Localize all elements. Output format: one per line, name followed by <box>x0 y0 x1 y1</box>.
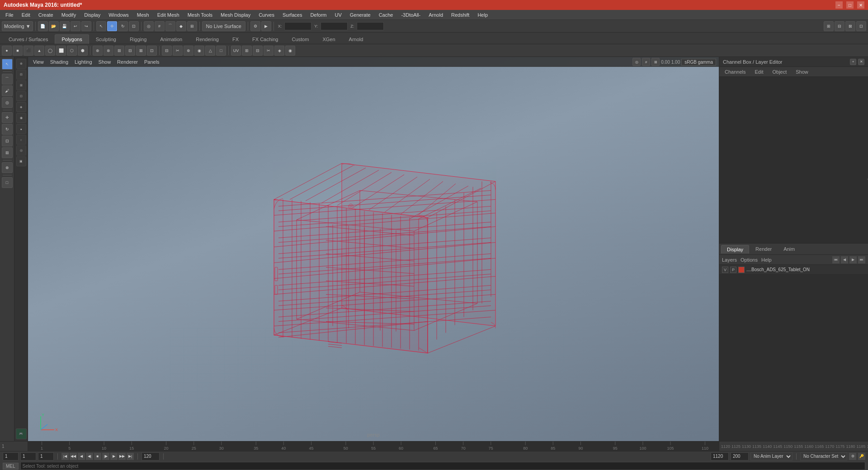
tab-arnold[interactable]: Arnold <box>342 34 370 44</box>
snap-view-button[interactable]: ⊞ <box>187 21 197 31</box>
layer-icon-1[interactable]: ⏮ <box>832 256 840 263</box>
indicator-7[interactable]: ● <box>16 124 26 134</box>
indicator-1[interactable]: ⊕ <box>16 59 26 69</box>
channel-box-expand[interactable]: + <box>850 59 856 65</box>
tr-prev-key[interactable]: ◀◀ <box>70 453 77 460</box>
mode-selector[interactable]: Modeling ▼ <box>2 21 33 31</box>
menu-arnold[interactable]: Arnold <box>425 11 447 19</box>
layers-tab[interactable]: Layers <box>722 257 737 263</box>
universal-tool[interactable]: ⊞ <box>2 147 13 158</box>
indicator-3[interactable]: ⊠ <box>16 80 26 90</box>
tr-play-back[interactable]: ◀| <box>86 453 93 460</box>
snap-grid-button[interactable]: # <box>155 21 165 31</box>
ui-element-3[interactable]: ⊠ <box>845 21 855 31</box>
menu-create[interactable]: Create <box>35 11 57 19</box>
layer-color-swatch[interactable] <box>738 267 745 273</box>
scale-tool-button[interactable]: ⊡ <box>129 21 139 31</box>
menu-generate[interactable]: Generate <box>346 11 374 19</box>
lasso-tool[interactable]: ⌒ <box>2 74 13 85</box>
poly-disk-button[interactable]: ⬡ <box>67 46 77 56</box>
tr-next-frame[interactable]: ▶ <box>110 453 118 460</box>
indicator-6[interactable]: ◉ <box>16 113 26 123</box>
boolean-button[interactable]: ⊠ <box>136 46 146 56</box>
mel-input[interactable] <box>20 462 865 470</box>
render-settings-button[interactable]: ⚙ <box>250 21 260 31</box>
tr-stop[interactable]: ■ <box>94 453 101 460</box>
save-scene-button[interactable]: 💾 <box>60 21 70 31</box>
z-field[interactable] <box>357 22 384 30</box>
vp-menu-show[interactable]: Show <box>96 59 113 65</box>
tab-custom[interactable]: Custom <box>285 34 316 44</box>
indicator-5[interactable]: ◈ <box>16 102 26 112</box>
triangulate-button[interactable]: △ <box>205 46 215 56</box>
ch-tab-show[interactable]: Show <box>794 68 810 75</box>
preferences-button[interactable]: ⚙ <box>849 453 856 460</box>
grid-toggle[interactable]: # <box>642 58 650 66</box>
extrude-button[interactable]: ⊕ <box>93 46 103 56</box>
range-end-field[interactable]: 120 <box>142 452 160 461</box>
multi-cut-button[interactable]: ✂ <box>173 46 183 56</box>
relax-uv-button[interactable]: ◉ <box>285 46 295 56</box>
show-manip[interactable]: ⊗ <box>2 162 13 173</box>
wireframe-toggle[interactable]: ⊞ <box>651 58 660 66</box>
open-scene-button[interactable]: 📂 <box>49 21 59 31</box>
grab-uv-button[interactable]: ◈ <box>274 46 284 56</box>
tr-go-start[interactable]: |◀ <box>61 453 69 460</box>
range-start-right[interactable]: 1120 <box>711 452 729 461</box>
sculpt-tool[interactable]: ◎ <box>2 97 13 108</box>
cut-sew-button[interactable]: ✂ <box>264 46 274 56</box>
dt-tab-anim[interactable]: Anim <box>778 245 800 253</box>
restore-button[interactable]: □ <box>846 1 854 9</box>
menu-windows[interactable]: Windows <box>105 11 132 19</box>
poly-cone-button[interactable]: ▲ <box>34 46 44 56</box>
fill-hole-button[interactable]: ⊕ <box>184 46 193 56</box>
ui-element-4[interactable]: ⊡ <box>856 21 866 31</box>
new-scene-button[interactable]: 📄 <box>38 21 48 31</box>
bridge-button[interactable]: ⊗ <box>104 46 113 56</box>
menu-help[interactable]: Help <box>474 11 491 19</box>
range-end-right[interactable]: 200 <box>731 452 749 461</box>
indicator-10[interactable]: ▣ <box>16 156 26 166</box>
menu-surfaces[interactable]: Surfaces <box>279 11 306 19</box>
frame-step-field[interactable]: 1 <box>20 452 36 461</box>
uv-editor-button[interactable]: UV <box>231 46 241 56</box>
tab-curves-surfaces[interactable]: Curves / Surfaces <box>2 34 55 44</box>
close-button[interactable]: ✕ <box>857 1 864 9</box>
indicator-2[interactable]: ⊟ <box>16 70 26 80</box>
poly-plane-button[interactable]: ⬜ <box>56 46 66 56</box>
menu-redshift[interactable]: Redshift <box>448 11 473 19</box>
layer-visibility-v[interactable]: V <box>722 267 728 273</box>
redo-button[interactable]: ↪ <box>81 21 91 31</box>
tab-xgen[interactable]: XGen <box>316 34 342 44</box>
indicator-9[interactable]: ◎ <box>16 146 26 155</box>
tr-prev-frame[interactable]: ◀ <box>78 453 85 460</box>
separate-button[interactable]: ⊟ <box>125 46 135 56</box>
rotate-tool-left[interactable]: ↻ <box>2 124 13 135</box>
vp-menu-view[interactable]: View <box>31 59 46 65</box>
layer-icon-4[interactable]: ⏭ <box>858 256 865 263</box>
poly-torus-button[interactable]: ◯ <box>45 46 55 56</box>
y-field[interactable] <box>321 22 348 30</box>
ch-tab-channels[interactable]: Channels <box>723 68 747 75</box>
menu-display[interactable]: Display <box>80 11 104 19</box>
mirror-button[interactable]: ⊡ <box>147 46 157 56</box>
paint-tool[interactable]: 🖌 <box>2 85 13 96</box>
layer-icon-3[interactable]: ▶ <box>849 256 857 263</box>
layout-button[interactable]: ⊟ <box>253 46 263 56</box>
combine-button[interactable]: ⊞ <box>114 46 124 56</box>
render-button[interactable]: ▶ <box>261 21 271 31</box>
menu-curves[interactable]: Curves <box>255 11 278 19</box>
render-region[interactable]: □ <box>2 177 13 188</box>
vp-menu-shading[interactable]: Shading <box>48 59 71 65</box>
ch-tab-edit[interactable]: Edit <box>753 68 765 75</box>
menu-file[interactable]: File <box>2 11 17 19</box>
layer-visibility-p[interactable]: P <box>730 267 736 273</box>
indicator-bottom-icon[interactable]: 🎮 <box>16 428 27 439</box>
tr-next-key[interactable]: ▶▶ <box>118 453 126 460</box>
tab-rigging[interactable]: Rigging <box>123 34 153 44</box>
tab-polygons[interactable]: Polygons <box>55 34 89 44</box>
insert-edge-loop-button[interactable]: ⊟ <box>162 46 172 56</box>
menu-edit-mesh[interactable]: Edit Mesh <box>154 11 183 19</box>
move-tool-button[interactable]: ✛ <box>107 21 117 31</box>
dt-tab-render[interactable]: Render <box>750 245 777 253</box>
